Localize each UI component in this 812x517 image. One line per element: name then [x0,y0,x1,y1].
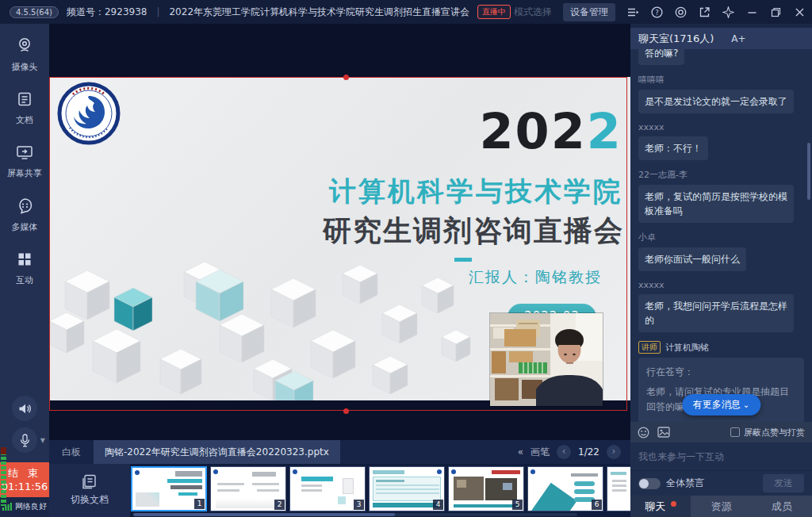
next-page-button[interactable]: › [607,445,621,459]
mode-select-button[interactable]: 模式选择 [514,6,552,19]
thumb-page-number: 2 [274,500,285,510]
sidebar-label: 文档 [16,114,33,126]
speaker-button[interactable] [12,396,37,421]
chat-header: 聊天室(1716人) A+ [630,28,812,49]
thumb-page-number: 5 [512,500,523,510]
pin-icon[interactable] [722,6,734,18]
slide-filmstrip: 切换文档 1 [49,464,630,517]
chevron-down-icon: ⌄ [743,400,749,409]
end-label: 结 束 [0,466,49,481]
document-icon [17,91,33,110]
send-button[interactable]: 发送 [763,474,804,492]
collapse-icon[interactable]: « [518,446,523,458]
slide-thumbnail[interactable]: 6 [527,466,603,511]
tab-members[interactable]: 成员 [752,496,812,517]
filmstrip-scrollbar[interactable] [133,513,577,516]
thumb-page-number: 6 [592,500,602,510]
restore-icon[interactable] [769,6,782,18]
mute-all-toggle[interactable] [638,478,661,489]
settings-icon[interactable] [674,6,687,18]
chat-message: xxxxx 老师，我想问问开学后流程是怎样的 [638,280,804,332]
cubes-graphic [49,258,493,400]
microphone-button[interactable]: ▼ [12,427,37,453]
minimize-icon[interactable] [745,6,758,18]
sidebar-item-screenshare[interactable]: 屏幕共享 [7,144,42,179]
layout-list-icon[interactable] [626,6,639,18]
slide-thumbnail[interactable]: 4 [369,466,445,511]
grid-icon [17,251,33,270]
slide-thumbnail[interactable]: 2 [210,466,286,511]
emoji-icon[interactable] [638,427,649,438]
live-status-badge: 直播中 [477,5,511,19]
sidebar-item-camera[interactable]: 摄像头 [12,36,38,73]
stream-timer: 01:11:56 [0,481,49,492]
close-icon[interactable] [793,6,806,18]
channel-number: 频道号：2923938 [67,6,147,19]
tab-resources[interactable]: 资源 [691,496,751,517]
mic-caret-icon[interactable]: ▼ [40,437,45,444]
switch-document-button[interactable]: 切换文档 [49,464,130,517]
sidebar-label: 互动 [16,274,33,286]
chat-message: 答的嘛? [638,49,804,65]
document-toolbar: 白板 陶铭-2022年研究生调剂咨询直播会20220323.pptx « 画笔 … [49,440,630,464]
svg-text:?: ? [655,8,659,16]
audio-level-meter [1,447,6,506]
chat-input-area[interactable] [630,442,812,471]
help-icon[interactable]: ? [650,6,663,18]
thumb-page-number: 4 [433,500,443,510]
chat-panel-tabs: 聊天 资源 成员 [630,496,812,517]
media-bubble-icon [17,197,33,217]
slide-thumbnail[interactable]: 1 [131,466,207,511]
sidebar-label: 多媒体 [12,221,38,233]
slide-thumbnail[interactable]: 5 [448,466,524,511]
title-bar: 4.5.5(64) 频道号：2923938 | 2022年东莞理工学院计算机科学… [0,0,812,24]
selection-handle-bottom[interactable] [343,408,349,414]
sidebar-item-document[interactable]: 文档 [16,91,33,126]
tab-chat[interactable]: 聊天 [630,496,691,517]
network-status: 网络良好 [0,497,49,517]
chat-toolbar: 屏蔽点赞与打赏 [630,422,812,442]
font-size-button[interactable]: A+ [731,33,745,44]
chat-message: 小卓 老师你面试一般问什么 [638,232,804,271]
slide-year: 2022 [479,107,622,156]
mute-all-label: 全体禁言 [666,477,704,490]
page-indicator: 1/22 [578,446,599,458]
share-window-icon[interactable] [698,6,710,18]
chat-message: 22一志愿-李 老师，复试的简历是按照学校的模板准备吗 [638,169,804,223]
selection-handle-top[interactable] [343,75,349,80]
quoted-user: 行在苍穹： [646,365,796,379]
chat-message-list[interactable]: 答的嘛? 嘻嘻嘻 是不是发过论文的就一定会录取了 xxxxx 老师：不行！ 22… [630,49,812,422]
slide-thumbnail[interactable] [607,466,630,511]
slide-title-line1: 计算机科学与技术学院 [329,174,622,210]
screen-share-icon [16,144,33,163]
more-messages-button[interactable]: 有更多消息⌄ [682,394,760,416]
slide-thumbnail[interactable]: 3 [289,466,366,511]
chat-scrollbar[interactable] [807,143,810,200]
college-logo [57,82,121,145]
chat-panel: 聊天室(1716人) A+ 答的嘛? 嘻嘻嘻 是不是发过论文的就一定会录取了 x… [630,24,812,517]
network-label: 网络良好 [15,501,47,512]
image-icon[interactable] [657,427,670,438]
sidebar-label: 屏幕共享 [7,167,42,179]
end-stream-button[interactable]: 结 束 01:11:56 [0,462,49,497]
sidebar-item-interaction[interactable]: 互动 [16,251,33,286]
checkbox[interactable] [730,427,740,437]
pen-tool-button[interactable]: 画笔 [530,446,550,459]
block-likes-label: 屏蔽点赞与打赏 [744,427,805,438]
thumb-page-number: 1 [194,499,205,509]
chat-input[interactable] [630,442,812,470]
lecturer-badge: 讲师 [638,341,661,354]
divider: | [156,6,159,17]
whiteboard-tab[interactable]: 白板 [49,446,94,459]
sidebar-item-multimedia[interactable]: 多媒体 [12,197,38,233]
block-likes-option[interactable]: 屏蔽点赞与打赏 [730,427,805,438]
switch-doc-icon [81,474,98,490]
device-manage-button[interactable]: 设备管理 [563,3,615,21]
camera-icon [16,36,33,57]
webcam-video[interactable] [490,313,603,406]
main-stage: 2022 计算机科学与技术学院 研究生调剂咨询直播会 汇报人：陶铭教授 2022… [49,24,630,517]
chat-controls: 全体禁言 发送 [630,471,812,496]
document-tab[interactable]: 陶铭-2022年研究生调剂咨询直播会20220323.pptx [94,440,340,464]
chat-room-title: 聊天室(1716人) [638,32,714,46]
prev-page-button[interactable]: ‹ [557,445,571,459]
